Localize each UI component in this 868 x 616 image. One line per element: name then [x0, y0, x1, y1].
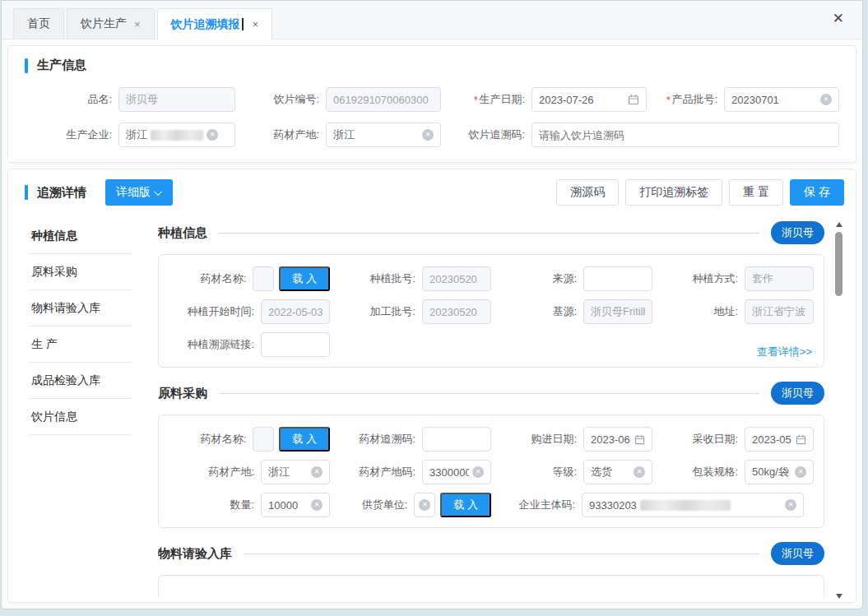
clear-icon[interactable]: ✕: [785, 499, 796, 511]
section-nav: 种植信息 原料采购 物料请验入库 生 产 成品检验入库 饮片信息: [30, 218, 132, 602]
nav-item-material-inbound[interactable]: 物料请验入库: [30, 290, 132, 327]
close-tab-icon[interactable]: ×: [134, 18, 141, 30]
herb-origin-input[interactable]: ✕: [326, 123, 441, 147]
title-accent-bar: [25, 185, 28, 200]
nav-item-piece-info[interactable]: 饮片信息: [30, 399, 132, 435]
load-button[interactable]: 载 入: [279, 427, 330, 452]
tab-trace-fill[interactable]: 饮片追溯填报 ×: [157, 8, 273, 39]
herb-name-input: [253, 266, 274, 291]
calendar-icon[interactable]: [796, 434, 806, 445]
divider-line: [219, 393, 759, 394]
window-close-icon[interactable]: ✕: [826, 7, 851, 30]
calendar-icon[interactable]: [634, 434, 645, 445]
herb-badge: 浙贝母: [771, 221, 824, 244]
scroll-up-icon[interactable]: [836, 222, 842, 227]
vertical-scrollbar[interactable]: [833, 220, 844, 602]
field-plant-batch: 种植批号:: [330, 266, 491, 291]
grade-input[interactable]: ✕: [583, 460, 652, 484]
tab-production-label: 饮片生产: [81, 16, 127, 31]
entity-code-value: 93330203: [589, 499, 637, 512]
product-name-value: [126, 94, 228, 106]
version-dropdown-button[interactable]: 详细版: [105, 179, 173, 206]
address-input: [745, 299, 814, 324]
nav-item-planting[interactable]: 种植信息: [30, 218, 132, 254]
view-detail-link[interactable]: 查看详情>>: [757, 345, 812, 359]
clear-icon[interactable]: ✕: [311, 499, 323, 511]
field-producer: 生产企业: 浙江 ✕: [25, 123, 235, 147]
herb-name-input: [253, 427, 274, 452]
nav-item-inspection-inbound[interactable]: 成品检验入库: [30, 363, 132, 399]
material-card: [158, 575, 824, 597]
product-batch-input[interactable]: ✕: [724, 87, 839, 112]
clear-icon[interactable]: ✕: [419, 499, 430, 511]
divider-line: [219, 233, 759, 234]
clear-icon[interactable]: ✕: [634, 466, 645, 478]
clear-icon[interactable]: ✕: [422, 129, 434, 141]
app-window: 首页 饮片生产 × 饮片追溯填报 × ✕ 生产信息 品名:: [1, 0, 863, 609]
tab-production[interactable]: 饮片生产 ×: [67, 8, 155, 39]
chevron-down-icon: [154, 188, 162, 196]
quantity-input[interactable]: ✕: [261, 493, 330, 517]
load-button[interactable]: 载 入: [279, 266, 330, 291]
clear-icon[interactable]: ✕: [820, 94, 832, 105]
save-button[interactable]: 保 存: [790, 179, 844, 206]
tab-home[interactable]: 首页: [13, 8, 64, 39]
product-batch-value[interactable]: [731, 94, 817, 106]
clear-icon[interactable]: ✕: [311, 466, 323, 478]
sections-content: 种植信息 浙贝母 药材名称: 载 入 种植批号:: [158, 218, 844, 602]
nav-item-production[interactable]: 生 产: [30, 327, 132, 363]
production-date-input[interactable]: [531, 87, 647, 112]
plant-start-input: [261, 299, 330, 324]
clear-icon[interactable]: ✕: [472, 466, 484, 478]
field-trace-code: 饮片追溯码:: [441, 123, 839, 147]
production-info-title: 生产信息: [25, 58, 839, 73]
trace-detail-card: 追溯详情 详细版 溯源码 打印追溯标签 重 置 保 存 种植信息 原料采购 物料…: [7, 169, 856, 603]
field-source: 来源:: [491, 266, 652, 291]
clear-icon[interactable]: ✕: [207, 129, 218, 141]
origin-code-input[interactable]: ✕: [422, 460, 491, 484]
title-accent-bar: [25, 58, 28, 73]
herb-origin-value[interactable]: [333, 129, 419, 141]
harvest-date-input[interactable]: [745, 427, 814, 452]
scroll-down-icon[interactable]: [836, 594, 842, 599]
divider-line: [244, 553, 759, 554]
redacted-text: [640, 500, 731, 511]
production-date-value[interactable]: [539, 94, 624, 106]
scrollbar-thumb[interactable]: [835, 232, 842, 296]
herb-trace-code-input[interactable]: [422, 427, 491, 452]
field-buy-date: 购进日期:: [491, 427, 652, 452]
piece-code-value: [333, 94, 434, 106]
trace-code-value[interactable]: [539, 129, 832, 141]
pack-spec-input[interactable]: ✕: [745, 460, 814, 484]
herb-origin-input[interactable]: ✕: [261, 460, 330, 484]
nav-item-raw-purchase[interactable]: 原料采购: [30, 254, 132, 290]
required-mark: *: [666, 94, 670, 106]
reset-button[interactable]: 重 置: [729, 179, 783, 206]
source-input[interactable]: [583, 266, 652, 291]
buy-date-input[interactable]: [583, 427, 652, 452]
trace-detail-title: 追溯详情: [25, 185, 86, 201]
close-tab-icon[interactable]: ×: [253, 18, 259, 30]
planting-card: 药材名称: 载 入 种植批号: 来源:: [158, 254, 824, 368]
print-label-button[interactable]: 打印追溯标签: [625, 179, 722, 206]
material-section-header: 物料请验入库 浙贝母: [158, 542, 824, 565]
producer-value: 浙江: [126, 127, 147, 142]
trace-code-button[interactable]: 溯源码: [556, 179, 619, 206]
entity-code-input[interactable]: 93330203 ✕: [582, 493, 804, 517]
plant-trace-link-input[interactable]: [261, 332, 330, 357]
plant-method-input: [745, 266, 814, 291]
clear-icon[interactable]: ✕: [795, 466, 806, 478]
trace-code-input[interactable]: [531, 123, 839, 147]
producer-input[interactable]: 浙江 ✕: [118, 123, 235, 147]
supplier-input[interactable]: ✕: [414, 493, 435, 517]
herb-badge: 浙贝母: [771, 382, 824, 405]
field-origin-code: 药材产地码: ✕: [330, 460, 491, 484]
redacted-text: [151, 130, 203, 141]
field-supplier: 供货单位: ✕ 载 入: [330, 493, 491, 517]
base-origin-input: [583, 299, 652, 324]
field-piece-code: 饮片编号:: [235, 87, 441, 112]
load-button[interactable]: 载 入: [440, 493, 491, 517]
tab-trace-label: 饮片追溯填报: [171, 17, 240, 32]
text-cursor: [242, 18, 244, 30]
calendar-icon[interactable]: [628, 94, 639, 105]
